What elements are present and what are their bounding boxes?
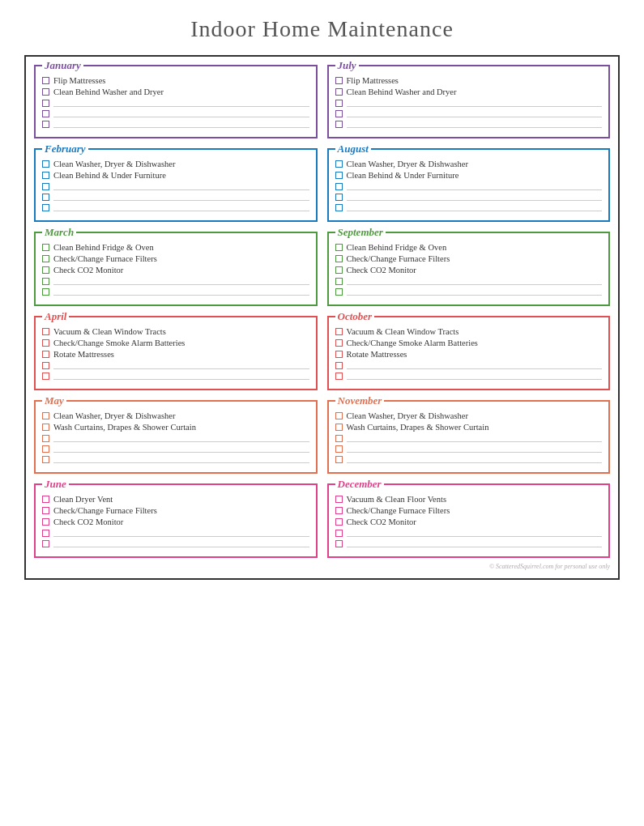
empty-task-line[interactable] [335, 182, 603, 190]
empty-task-line[interactable] [42, 182, 309, 190]
checkbox-icon[interactable] [335, 255, 343, 262]
empty-checkbox-icon[interactable] [42, 110, 49, 117]
task-item[interactable]: Clean Behind Fridge & Oven [42, 243, 309, 252]
empty-task-line[interactable] [42, 539, 309, 547]
task-item[interactable]: Flip Mattresses [335, 76, 603, 85]
empty-checkbox-icon[interactable] [42, 204, 49, 211]
task-item[interactable]: Clean Washer, Dryer & Dishwasher [335, 160, 603, 168]
checkbox-icon[interactable] [42, 77, 49, 84]
task-item[interactable]: Check/Change Furnace Filters [42, 254, 309, 263]
empty-task-line[interactable] [42, 287, 309, 296]
checkbox-icon[interactable] [42, 88, 49, 96]
empty-checkbox-icon[interactable] [42, 445, 49, 453]
empty-checkbox-icon[interactable] [335, 204, 343, 211]
empty-checkbox-icon[interactable] [42, 456, 49, 463]
checkbox-icon[interactable] [42, 255, 49, 262]
empty-task-line[interactable] [335, 455, 603, 463]
task-item[interactable]: Rotate Mattresses [42, 350, 309, 359]
task-item[interactable]: Check/Change Furnace Filters [42, 506, 309, 515]
empty-checkbox-icon[interactable] [42, 194, 49, 201]
empty-checkbox-icon[interactable] [42, 435, 49, 442]
checkbox-icon[interactable] [335, 88, 343, 96]
empty-checkbox-icon[interactable] [42, 183, 49, 190]
empty-task-line[interactable] [335, 109, 603, 117]
checkbox-icon[interactable] [335, 266, 343, 274]
empty-checkbox-icon[interactable] [42, 373, 49, 380]
task-item[interactable]: Rotate Mattresses [335, 350, 603, 359]
checkbox-icon[interactable] [42, 351, 49, 358]
checkbox-icon[interactable] [42, 339, 49, 347]
checkbox-icon[interactable] [42, 160, 49, 168]
task-item[interactable]: Clean Washer, Dryer & Dishwasher [42, 411, 309, 420]
checkbox-icon[interactable] [42, 496, 49, 503]
checkbox-icon[interactable] [335, 244, 343, 251]
empty-task-line[interactable] [335, 372, 603, 380]
task-item[interactable]: Clean Washer, Dryer & Dishwasher [42, 160, 309, 168]
empty-task-line[interactable] [42, 445, 309, 453]
empty-task-line[interactable] [42, 99, 309, 107]
empty-checkbox-icon[interactable] [335, 110, 343, 117]
empty-task-line[interactable] [42, 372, 309, 380]
empty-checkbox-icon[interactable] [335, 121, 343, 128]
checkbox-icon[interactable] [335, 496, 343, 503]
task-item[interactable]: Clean Washer, Dryer & Dishwasher [335, 411, 603, 420]
checkbox-icon[interactable] [335, 507, 343, 514]
checkbox-icon[interactable] [335, 351, 343, 358]
checkbox-icon[interactable] [42, 266, 49, 274]
task-item[interactable]: Check/Change Smoke Alarm Batteries [335, 338, 603, 347]
checkbox-icon[interactable] [335, 424, 343, 431]
checkbox-icon[interactable] [42, 244, 49, 251]
checkbox-icon[interactable] [42, 172, 49, 179]
empty-checkbox-icon[interactable] [42, 530, 49, 537]
checkbox-icon[interactable] [42, 328, 49, 335]
checkbox-icon[interactable] [335, 328, 343, 335]
empty-checkbox-icon[interactable] [335, 445, 343, 453]
task-item[interactable]: Clean Behind & Under Furniture [335, 171, 603, 180]
empty-task-line[interactable] [335, 539, 603, 547]
empty-checkbox-icon[interactable] [335, 435, 343, 442]
task-item[interactable]: Check CO2 Monitor [42, 517, 309, 526]
empty-task-line[interactable] [335, 361, 603, 369]
task-item[interactable]: Wash Curtains, Drapes & Shower Curtain [335, 423, 603, 432]
empty-checkbox-icon[interactable] [42, 100, 49, 107]
checkbox-icon[interactable] [335, 160, 343, 168]
task-item[interactable]: Clean Behind Fridge & Oven [335, 243, 603, 252]
task-item[interactable]: Check CO2 Monitor [335, 517, 603, 526]
checkbox-icon[interactable] [335, 518, 343, 526]
empty-task-line[interactable] [42, 361, 309, 369]
checkbox-icon[interactable] [335, 412, 343, 419]
empty-checkbox-icon[interactable] [335, 373, 343, 380]
empty-task-line[interactable] [42, 109, 309, 117]
task-item[interactable]: Check CO2 Monitor [42, 266, 309, 275]
checkbox-icon[interactable] [42, 412, 49, 419]
empty-task-line[interactable] [335, 277, 603, 285]
checkbox-icon[interactable] [335, 339, 343, 347]
task-item[interactable]: Wash Curtains, Drapes & Shower Curtain [42, 423, 309, 432]
task-item[interactable]: Clean Behind Washer and Dryer [335, 87, 603, 96]
empty-task-line[interactable] [335, 287, 603, 296]
checkbox-icon[interactable] [335, 77, 343, 84]
empty-checkbox-icon[interactable] [42, 121, 49, 128]
empty-task-line[interactable] [335, 120, 603, 128]
empty-task-line[interactable] [42, 455, 309, 463]
empty-checkbox-icon[interactable] [335, 194, 343, 201]
empty-task-line[interactable] [335, 193, 603, 201]
checkbox-icon[interactable] [42, 507, 49, 514]
task-item[interactable]: Flip Mattresses [42, 76, 309, 85]
empty-checkbox-icon[interactable] [335, 530, 343, 537]
empty-checkbox-icon[interactable] [335, 278, 343, 285]
checkbox-icon[interactable] [42, 424, 49, 431]
checkbox-icon[interactable] [42, 518, 49, 526]
empty-task-line[interactable] [42, 529, 309, 537]
empty-task-line[interactable] [42, 203, 309, 211]
empty-task-line[interactable] [335, 445, 603, 453]
empty-checkbox-icon[interactable] [335, 362, 343, 369]
task-item[interactable]: Vacuum & Clean Window Tracts [335, 327, 603, 336]
task-item[interactable]: Vacuum & Clean Window Tracts [42, 327, 309, 336]
checkbox-icon[interactable] [335, 172, 343, 179]
empty-task-line[interactable] [42, 277, 309, 285]
empty-checkbox-icon[interactable] [335, 540, 343, 547]
task-item[interactable]: Check/Change Smoke Alarm Batteries [42, 338, 309, 347]
empty-task-line[interactable] [42, 434, 309, 442]
empty-checkbox-icon[interactable] [42, 362, 49, 369]
